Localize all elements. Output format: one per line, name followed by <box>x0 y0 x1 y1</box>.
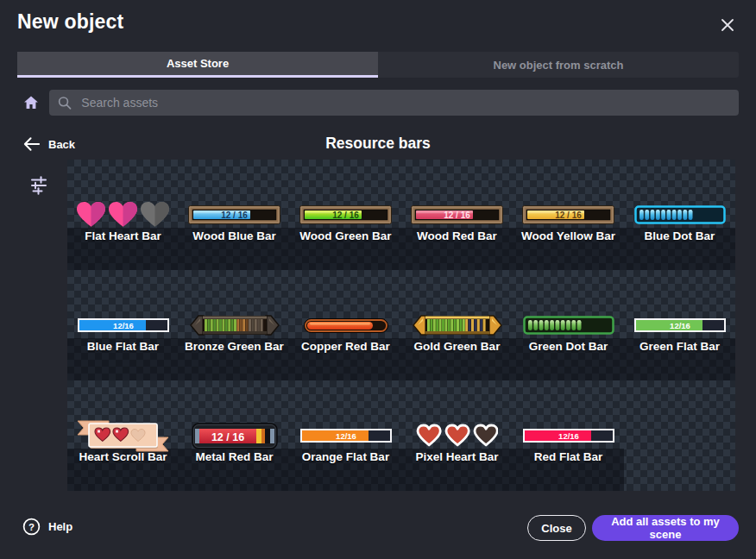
asset-tile-metal-red-bar[interactable]: 12 / 16Metal Red Bar <box>179 380 290 491</box>
tab-new-object-from-scratch[interactable]: New object from scratch <box>378 52 739 78</box>
asset-tile-red-flat-bar[interactable]: 12/16Red Flat Bar <box>513 380 624 491</box>
svg-text:?: ? <box>28 522 35 532</box>
svg-text:12 / 16: 12 / 16 <box>332 210 359 220</box>
asset-name-label: Wood Blue Bar <box>175 229 293 242</box>
asset-row: Heart Scroll Bar 12 / 16Metal Red Bar 12… <box>67 380 735 491</box>
help-icon: ? <box>22 518 41 536</box>
asset-tile-orange-flat-bar[interactable]: 12/16Orange Flat Bar <box>290 380 401 491</box>
asset-tile-flat-heart-bar[interactable]: Flat Heart Bar <box>67 160 179 270</box>
asset-tile-green-dot-bar[interactable]: Green Dot Bar <box>513 270 624 380</box>
asset-tile-blue-dot-bar[interactable]: Blue Dot Bar <box>624 160 735 270</box>
help-button[interactable]: ? Help <box>22 518 72 536</box>
svg-text:12 / 16: 12 / 16 <box>221 210 248 220</box>
asset-name-label: Blue Dot Bar <box>621 229 739 242</box>
asset-name-label: Wood Red Bar <box>398 229 516 242</box>
asset-name-label: Wood Yellow Bar <box>509 229 627 242</box>
search-box <box>49 90 739 116</box>
filter-icon[interactable] <box>28 175 49 196</box>
svg-text:12 / 16: 12 / 16 <box>211 431 243 443</box>
asset-tile-blue-flat-bar[interactable]: 12/16Blue Flat Bar <box>67 270 179 380</box>
asset-name-label: Green Flat Bar <box>621 340 739 353</box>
svg-text:12/16: 12/16 <box>336 431 356 441</box>
asset-name-label: Pixel Heart Bar <box>398 450 516 463</box>
asset-name-label: Heart Scroll Bar <box>64 450 182 463</box>
asset-tile-wood-green-bar[interactable]: 12 / 16Wood Green Bar <box>290 160 401 270</box>
search-icon <box>58 96 72 110</box>
asset-tile-pixel-heart-bar[interactable]: Pixel Heart Bar <box>401 380 513 491</box>
asset-grid: Flat Heart Bar 12 / 16Wood Blue Bar 12 /… <box>67 160 735 491</box>
svg-text:12/16: 12/16 <box>558 431 579 441</box>
section-title: Resource bars <box>0 135 756 153</box>
asset-tile-bronze-green-bar[interactable]: Bronze Green Bar <box>179 270 290 380</box>
tab-asset-store[interactable]: Asset Store <box>17 52 378 78</box>
asset-name-label: Wood Green Bar <box>287 229 405 242</box>
asset-name-label: Copper Red Bar <box>287 340 405 353</box>
close-icon[interactable] <box>718 16 737 35</box>
svg-text:12/16: 12/16 <box>670 321 690 330</box>
asset-row: Flat Heart Bar 12 / 16Wood Blue Bar 12 /… <box>67 160 735 270</box>
asset-name-label: Blue Flat Bar <box>64 340 182 353</box>
asset-name-label: Metal Red Bar <box>175 450 293 463</box>
asset-name-label: Flat Heart Bar <box>64 229 182 242</box>
add-all-assets-button[interactable]: Add all assets to my scene <box>592 515 739 541</box>
asset-name-label: Bronze Green Bar <box>175 340 293 353</box>
asset-name-label: Red Flat Bar <box>509 450 627 463</box>
asset-tile-gold-green-bar[interactable]: Gold Green Bar <box>401 270 513 380</box>
svg-text:12 / 16: 12 / 16 <box>444 210 470 220</box>
close-button[interactable]: Close <box>527 515 586 541</box>
asset-name-label: Orange Flat Bar <box>287 450 405 463</box>
svg-text:12 / 16: 12 / 16 <box>555 210 582 220</box>
x-glyph <box>721 18 734 32</box>
asset-tile-wood-blue-bar[interactable]: 12 / 16Wood Blue Bar <box>179 160 290 270</box>
page-title: New object <box>17 10 123 34</box>
svg-text:12/16: 12/16 <box>113 321 134 330</box>
asset-tile-heart-scroll-bar[interactable]: Heart Scroll Bar <box>67 380 179 491</box>
asset-row: 12/16Blue Flat Bar Bronze Green Bar Copp… <box>67 270 735 380</box>
help-label: Help <box>48 520 72 533</box>
tab-bar: Asset Store New object from scratch <box>17 52 739 78</box>
home-icon[interactable] <box>22 94 40 111</box>
asset-tile-wood-red-bar[interactable]: 12 / 16Wood Red Bar <box>401 160 513 270</box>
asset-name-label: Gold Green Bar <box>398 340 516 353</box>
asset-tile-copper-red-bar[interactable]: Copper Red Bar <box>290 270 401 380</box>
asset-tile-wood-yellow-bar[interactable]: 12 / 16Wood Yellow Bar <box>513 160 624 270</box>
asset-tile-green-flat-bar[interactable]: 12/16Green Flat Bar <box>624 270 735 380</box>
asset-name-label: Green Dot Bar <box>509 340 627 353</box>
search-input[interactable] <box>79 95 730 110</box>
